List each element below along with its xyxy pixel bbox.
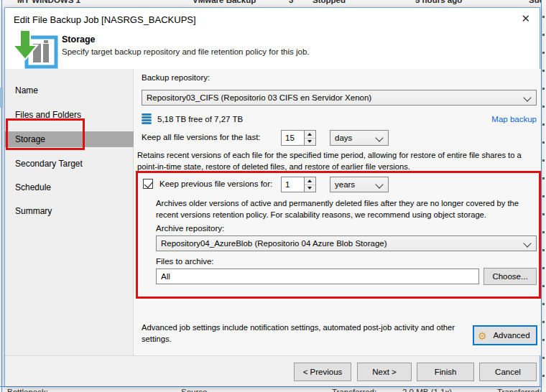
keep-all-versions-spinner: [281, 130, 317, 146]
background-window-bottom-row: Bottleneck: Source Transferred: 2,0 MB (…: [0, 386, 546, 392]
bg-count: 3: [289, 0, 293, 4]
map-backup-link[interactable]: Map backup: [491, 115, 537, 123]
bg-host-name: MY WINDOWS 1: [17, 0, 80, 4]
background-window-top-row: MY WINDOWS 1 VMware Backup 3 Stopped 5 h…: [0, 0, 546, 7]
spinner-down-icon[interactable]: [305, 138, 315, 145]
bg-transferred-label-2: Transferred:: [497, 388, 542, 392]
bg-last-run: 5 hours ago: [415, 0, 462, 4]
wizard-sidebar: Name Files and Folders Storage Secondary…: [5, 69, 134, 355]
backup-repository-select[interactable]: Repository03_CIFS (Repositorio 03 CIFS e…: [142, 90, 537, 106]
backup-repository-label: Backup repository:: [142, 73, 210, 82]
cancel-button[interactable]: Cancel: [479, 363, 537, 381]
keep-all-versions-input[interactable]: [281, 130, 305, 146]
wizard-step-header: Storage Specify target backup repository…: [5, 32, 540, 70]
background-window-border: [1, 0, 2, 392]
dialog-title: Edit File Backup Job [NASRGS_BACKUPS]: [14, 14, 196, 25]
free-space-text: 5,18 TB free of 7,27 TB: [157, 115, 243, 123]
dialog-footer: < Previous Next > Finish Cancel: [5, 356, 540, 386]
keep-all-unit-value: days: [335, 134, 352, 142]
keep-all-versions-label: Keep all file versions for the last:: [142, 133, 261, 141]
step-subtitle: Specify target backup repository and fil…: [62, 47, 310, 56]
bg-status: Stopped: [313, 0, 346, 4]
annotation-box-storage: [6, 118, 85, 150]
gear-icon: ⚙: [478, 328, 487, 344]
bg-job-type: VMware Backup: [193, 0, 256, 4]
bg-transferred-label: Transferred:: [332, 388, 376, 392]
dialog-titlebar: Edit File Backup Job [NASRGS_BACKUPS] ✕: [5, 8, 540, 32]
chevron-down-icon: [375, 134, 383, 141]
spinner-buttons: [305, 130, 316, 146]
chevron-down-icon: [523, 93, 531, 101]
keep-all-unit-select[interactable]: days: [330, 130, 389, 146]
close-icon[interactable]: ✕: [521, 13, 530, 24]
sidebar-item-secondary-target[interactable]: Secondary Target: [5, 156, 134, 172]
finish-button[interactable]: Finish: [417, 363, 474, 381]
storage-step-icon: [12, 29, 58, 70]
advanced-button-label: Advanced: [493, 331, 529, 340]
advanced-note: Advanced job settings include notificati…: [142, 322, 472, 345]
background-scrollbar-thumb: [0, 88, 3, 108]
annotation-box-archive-settings: [136, 171, 541, 299]
retention-note: Retains recent versions of each file for…: [137, 149, 540, 172]
edit-file-backup-job-dialog: Edit File Backup Job [NASRGS_BACKUPS] ✕ …: [4, 7, 540, 386]
sidebar-item-name[interactable]: Name: [5, 83, 134, 98]
bg-bottleneck-label: Bottleneck:: [7, 388, 48, 392]
step-title: Storage: [62, 34, 96, 45]
bg-transferred-value: 2,0 MB (1,1x): [402, 388, 452, 392]
bg-bottleneck-value: Source: [181, 388, 207, 392]
sidebar-item-summary[interactable]: Summary: [5, 203, 134, 219]
next-button[interactable]: Next >: [357, 363, 412, 381]
repository-disk-icon: [142, 113, 152, 124]
storage-settings-panel: Backup repository: Repository03_CIFS (Re…: [134, 69, 541, 355]
background-window-right-edge: [541, 0, 546, 392]
backup-repository-value: Repository03_CIFS (Repositorio 03 CIFS e…: [147, 93, 371, 102]
previous-button[interactable]: < Previous: [294, 363, 351, 381]
advanced-button[interactable]: ⚙ Advanced: [473, 325, 537, 345]
sidebar-item-schedule[interactable]: Schedule: [5, 179, 134, 195]
